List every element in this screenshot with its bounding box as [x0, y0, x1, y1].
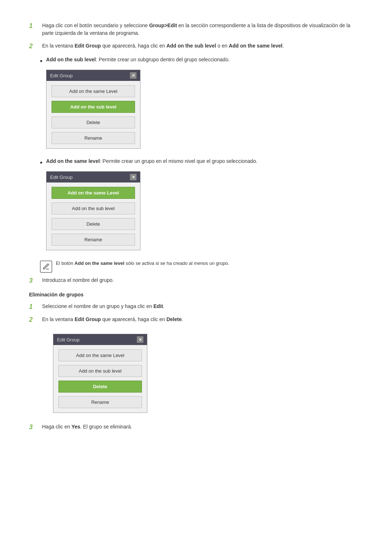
step-number-2: 2: [29, 42, 42, 50]
btn-delete-1[interactable]: Delete: [52, 116, 135, 128]
bullet-same-level-content: Add on the same level: Permite crear un …: [46, 158, 363, 255]
step-number-2-del: 2: [29, 316, 42, 324]
btn-sub-level-2[interactable]: Add on the sub level: [52, 202, 135, 214]
bullet-sub-level: • Add on the sub level: Permite crear un…: [40, 57, 363, 154]
bullet-same-level-label: Add on the same level: [46, 158, 100, 164]
dialog-close-1[interactable]: ✕: [130, 72, 136, 79]
bullet-sub-level-label: Add on the sub level: [46, 57, 96, 62]
dialog-body-1: Add on the same Level Add on the sub lev…: [46, 81, 140, 148]
btn-rename-3[interactable]: Rename: [58, 396, 142, 408]
step-number-1: 1: [29, 22, 42, 30]
btn-rename-1[interactable]: Rename: [52, 132, 135, 144]
step-1-add: 1 Haga clic con el botón secundario y se…: [29, 22, 363, 37]
dialog-sub-level: Edit Group ✕ Add on the same Level Add o…: [46, 70, 140, 149]
step-3-delete-text: Haga clic en Yes. El grupo se eliminará.: [42, 423, 363, 431]
btn-delete-2[interactable]: Delete: [52, 218, 135, 230]
step-number-3-add: 3: [29, 277, 42, 284]
step-3-add-text: Introduzca el nombre del grupo.: [42, 276, 363, 284]
bullet-sub-level-content: Add on the sub level: Permite crear un s…: [46, 57, 363, 154]
step-1-delete-text: Seleccione el nombre de un grupo y haga …: [42, 303, 363, 310]
step-number-1-del: 1: [29, 303, 42, 311]
dialog-title-1: Edit Group: [50, 73, 73, 78]
btn-rename-2[interactable]: Rename: [52, 234, 135, 246]
bullet-sub-level-text: : Permite crear un subgrupo dentro del g…: [96, 57, 230, 62]
dialog-titlebar-2: Edit Group ✕: [46, 172, 140, 182]
dialog-titlebar-1: Edit Group ✕: [46, 70, 140, 81]
step-number-3-del: 3: [29, 423, 42, 431]
bullet-dot-2: •: [40, 159, 42, 166]
btn-same-level-2[interactable]: Add on the same Level: [52, 187, 135, 199]
btn-delete-3[interactable]: Delete: [58, 381, 142, 393]
note-icon: [40, 260, 52, 273]
step-3-add: 3 Introduzca el nombre del grupo.: [29, 276, 363, 284]
bullet-same-level-text: : Permite crear un grupo en el mismo niv…: [100, 158, 257, 164]
dialog-title-2: Edit Group: [50, 175, 73, 180]
step-2-delete: 2 En la ventana Edit Group que aparecerá…: [29, 316, 363, 324]
btn-sub-level-1[interactable]: Add on the sub level: [52, 101, 135, 113]
dialog-delete: Edit Group ✕ Add on the same Level Add o…: [53, 334, 147, 413]
dialog-body-2: Add on the same Level Add on the sub lev…: [46, 182, 140, 250]
btn-same-level-1[interactable]: Add on the same Level: [52, 85, 135, 97]
btn-same-level-3[interactable]: Add on the same Level: [58, 349, 142, 361]
dialog-title-3: Edit Group: [57, 337, 79, 342]
dialog-close-3[interactable]: ✕: [137, 336, 143, 343]
btn-sub-level-3[interactable]: Add on the sub level: [58, 365, 142, 377]
note-text: El botón Add on the same level sólo se a…: [56, 260, 229, 267]
step-1-delete: 1 Seleccione el nombre de un grupo y hag…: [29, 303, 363, 311]
dialog-close-2[interactable]: ✕: [130, 174, 136, 180]
pencil-icon: [42, 263, 50, 270]
step-2-text: En la ventana Edit Group que aparecerá, …: [42, 42, 363, 50]
bullet-same-level: • Add on the same level: Permite crear u…: [40, 158, 363, 255]
bullet-dot-1: •: [40, 57, 42, 65]
step-3-delete: 3 Haga clic en Yes. El grupo se eliminar…: [29, 423, 363, 431]
step-2-delete-text: En la ventana Edit Group que aparecerá, …: [42, 316, 363, 323]
dialog-titlebar-3: Edit Group ✕: [53, 334, 147, 345]
dialog-same-level: Edit Group ✕ Add on the same Level Add o…: [46, 171, 140, 250]
step-1-text: Haga clic con el botón secundario y sele…: [42, 22, 363, 37]
step-2-add: 2 En la ventana Edit Group que aparecerá…: [29, 42, 363, 50]
section-delete-heading: Eliminación de grupos: [29, 292, 363, 297]
dialog-body-3: Add on the same Level Add on the sub lev…: [53, 345, 147, 413]
note-box: El botón Add on the same level sólo se a…: [40, 260, 363, 273]
